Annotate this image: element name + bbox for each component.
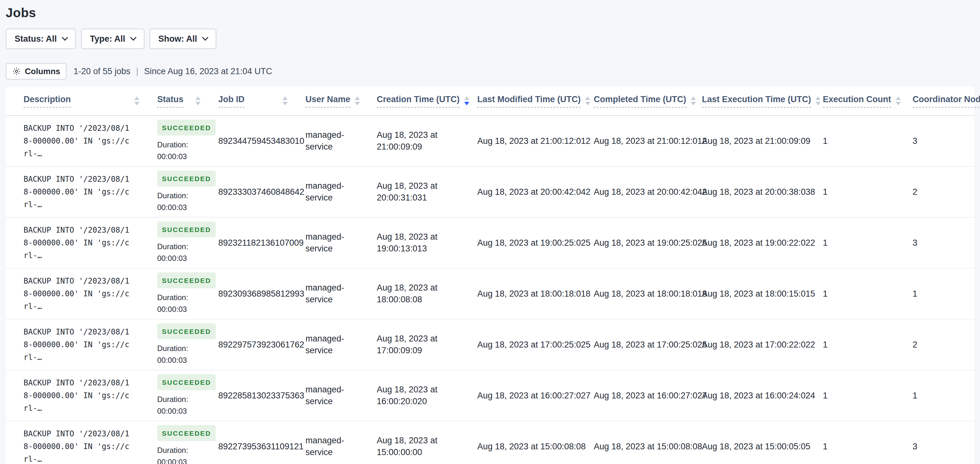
sort-up-arrow-icon <box>585 96 590 100</box>
column-header-completed-time-utc[interactable]: Completed Time (UTC) <box>594 94 702 108</box>
job-description-link[interactable]: BACKUP INTO '/2023/08/18-000000.00' IN '… <box>24 275 141 313</box>
job-description-link[interactable]: BACKUP INTO '/2023/08/18-000000.00' IN '… <box>24 173 141 211</box>
last-modified-time-cell: Aug 18, 2023 at 17:00:25:025 <box>477 339 594 351</box>
execution-count-cell: 1 <box>823 135 913 147</box>
user-name-cell: managed-service <box>305 231 377 255</box>
job-id-cell: 892273953631109121 <box>218 441 305 453</box>
execution-count-cell: 1 <box>823 288 913 300</box>
column-header-execution-count[interactable]: Execution Count <box>823 94 913 108</box>
completed-time-cell: Aug 18, 2023 at 19:00:25:025 <box>594 237 702 249</box>
show-filter-label: Show: All <box>159 34 197 44</box>
user-name-cell: managed-service <box>305 282 377 306</box>
status-badge: SUCCEEDED <box>157 222 216 238</box>
column-header-description[interactable]: Description <box>24 94 157 108</box>
column-header-user-name[interactable]: User Name <box>305 94 377 108</box>
status-cell: SUCCEEDED Duration: 00:00:03 <box>157 323 218 366</box>
last-modified-time-cell: Aug 18, 2023 at 16:00:27:027 <box>477 390 594 402</box>
job-description-link[interactable]: BACKUP INTO '/2023/08/18-000000.00' IN '… <box>24 122 141 160</box>
filter-bar: Status: All Type: All Show: All <box>6 29 974 49</box>
column-header-creation-time-utc[interactable]: Creation Time (UTC) <box>377 94 477 108</box>
status-badge: SUCCEEDED <box>157 171 216 187</box>
table-row: BACKUP INTO '/2023/08/18-000000.00' IN '… <box>6 319 974 370</box>
completed-time-cell: Aug 18, 2023 at 21:00:12:012 <box>594 135 702 147</box>
duration-label: Duration: <box>157 241 211 252</box>
duration-value: 00:00:03 <box>157 252 211 264</box>
type-filter-dropdown[interactable]: Type: All <box>81 29 145 49</box>
last-modified-time-cell: Aug 18, 2023 at 19:00:25:025 <box>477 237 594 249</box>
duration-label: Duration: <box>157 393 211 405</box>
column-header-last-modified-time-utc[interactable]: Last Modified Time (UTC) <box>477 94 594 108</box>
status-cell: SUCCEEDED Duration: 00:00:03 <box>157 120 218 162</box>
job-description-link[interactable]: BACKUP INTO '/2023/08/18-000000.00' IN '… <box>24 224 141 262</box>
coordinator-node-cell: 1 <box>913 288 970 300</box>
sort-down-arrow-icon <box>196 102 200 105</box>
sort-arrows-icon <box>816 96 821 105</box>
user-name-cell: managed-service <box>305 180 377 204</box>
column-header-last-execution-time-utc[interactable]: Last Execution Time (UTC) <box>702 94 823 108</box>
last-execution-time-cell: Aug 18, 2023 at 18:00:15:015 <box>702 288 823 300</box>
sort-up-arrow-icon <box>134 96 139 100</box>
last-modified-time-cell: Aug 18, 2023 at 18:00:18:018 <box>477 288 594 300</box>
table-body: BACKUP INTO '/2023/08/18-000000.00' IN '… <box>6 116 974 464</box>
last-execution-time-cell: Aug 18, 2023 at 16:00:24:024 <box>702 390 823 402</box>
last-execution-time-cell: Aug 18, 2023 at 19:00:22:022 <box>702 237 823 249</box>
jobs-count-text: 1-20 of 55 jobs <box>73 67 130 77</box>
coordinator-node-cell: 1 <box>913 390 970 402</box>
status-badge: SUCCEEDED <box>157 374 216 390</box>
table-toolbar: Columns 1-20 of 55 jobs | Since Aug 16, … <box>6 63 974 80</box>
duration-label: Duration: <box>157 190 211 201</box>
coordinator-node-cell: 3 <box>913 135 970 147</box>
page-title: Jobs <box>6 5 974 21</box>
job-id-cell: 892344759453483010 <box>218 135 305 147</box>
last-execution-time-cell: Aug 18, 2023 at 17:00:22:022 <box>702 339 823 351</box>
creation-time-cell: Aug 18, 2023 at 18:00:08:08 <box>377 282 477 306</box>
user-name-cell: managed-service <box>305 384 377 407</box>
job-description-link[interactable]: BACKUP INTO '/2023/08/18-000000.00' IN '… <box>24 325 141 364</box>
execution-count-cell: 1 <box>823 237 913 249</box>
sort-arrows-icon <box>355 96 360 105</box>
chevron-down-icon <box>130 34 137 41</box>
chevron-down-icon <box>62 34 68 41</box>
last-modified-time-cell: Aug 18, 2023 at 15:00:08:08 <box>477 441 594 453</box>
job-id-cell: 892297573923061762 <box>218 339 305 351</box>
since-text: Since Aug 16, 2023 at 21:04 UTC <box>144 67 272 77</box>
chevron-down-icon <box>202 34 208 41</box>
table-header-row: Description Status Job ID User Name Crea… <box>6 86 974 116</box>
sort-down-arrow-icon <box>464 102 469 105</box>
execution-count-cell: 1 <box>823 390 913 402</box>
table-row: BACKUP INTO '/2023/08/18-000000.00' IN '… <box>6 167 974 218</box>
jobs-table-card: Description Status Job ID User Name Crea… <box>6 86 974 464</box>
sort-up-arrow-icon <box>464 96 469 100</box>
completed-time-cell: Aug 18, 2023 at 15:00:08:08 <box>594 441 702 453</box>
columns-button[interactable]: Columns <box>6 63 67 80</box>
sort-up-arrow-icon <box>691 96 696 100</box>
table-row: BACKUP INTO '/2023/08/18-000000.00' IN '… <box>6 269 974 319</box>
jobs-page: { "page": { "title": "Jobs" }, "filters"… <box>0 0 980 464</box>
completed-time-cell: Aug 18, 2023 at 20:00:42:042 <box>594 186 702 198</box>
creation-time-cell: Aug 18, 2023 at 20:00:31:031 <box>377 180 477 204</box>
job-description-link[interactable]: BACKUP INTO '/2023/08/18-000000.00' IN '… <box>24 376 141 415</box>
column-header-coordinator-node[interactable]: Coordinator Node <box>913 94 970 108</box>
duration-value: 00:00:03 <box>157 303 211 315</box>
creation-time-cell: Aug 18, 2023 at 15:00:00:00 <box>377 435 477 458</box>
status-filter-label: Status: All <box>14 34 57 44</box>
execution-count-cell: 1 <box>823 339 913 351</box>
completed-time-cell: Aug 18, 2023 at 16:00:27:027 <box>594 390 702 402</box>
job-description-link[interactable]: BACKUP INTO '/2023/08/18-000000.00' IN '… <box>24 427 141 464</box>
creation-time-cell: Aug 18, 2023 at 19:00:13:013 <box>377 231 477 255</box>
sort-down-arrow-icon <box>585 102 590 105</box>
duration-value: 00:00:03 <box>157 456 211 464</box>
column-header-job-id[interactable]: Job ID <box>218 94 305 108</box>
show-filter-dropdown[interactable]: Show: All <box>150 29 216 49</box>
last-execution-time-cell: Aug 18, 2023 at 15:00:05:05 <box>702 441 823 453</box>
type-filter-label: Type: All <box>90 34 126 44</box>
user-name-cell: managed-service <box>305 435 377 458</box>
sort-down-arrow-icon <box>896 102 901 105</box>
status-badge: SUCCEEDED <box>157 273 216 288</box>
column-header-status[interactable]: Status <box>157 94 218 108</box>
last-execution-time-cell: Aug 18, 2023 at 20:00:38:038 <box>702 186 823 198</box>
last-modified-time-cell: Aug 18, 2023 at 20:00:42:042 <box>477 186 594 198</box>
status-filter-dropdown[interactable]: Status: All <box>6 29 76 49</box>
sort-up-arrow-icon <box>283 96 288 100</box>
completed-time-cell: Aug 18, 2023 at 17:00:25:025 <box>594 339 702 351</box>
